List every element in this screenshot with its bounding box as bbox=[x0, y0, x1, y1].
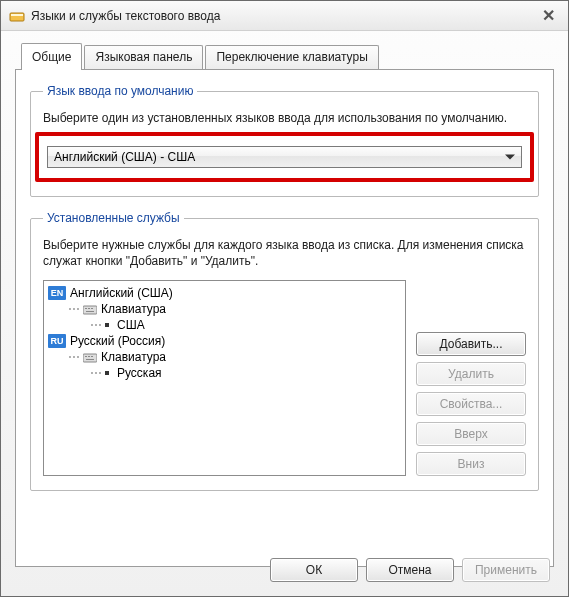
dialog-button-row: ОК Отмена Применить bbox=[270, 558, 550, 582]
tree-label: Клавиатура bbox=[101, 302, 166, 316]
button-label: ОК bbox=[306, 563, 322, 577]
group-legend: Установленные службы bbox=[43, 211, 184, 225]
ok-button[interactable]: ОК bbox=[270, 558, 358, 582]
tab-general[interactable]: Общие bbox=[21, 43, 82, 70]
bullet-icon bbox=[105, 323, 109, 327]
tree-kb-en[interactable]: ⋯ Клавиатура bbox=[46, 301, 403, 317]
tree-label: Русский (Россия) bbox=[70, 334, 165, 348]
lang-badge-ru: RU bbox=[48, 334, 66, 348]
apply-button: Применить bbox=[462, 558, 550, 582]
lang-badge-en: EN bbox=[48, 286, 66, 300]
svg-rect-4 bbox=[88, 308, 90, 309]
add-button[interactable]: Добавить... bbox=[416, 332, 526, 356]
bullet-icon bbox=[105, 371, 109, 375]
move-up-button: Вверх bbox=[416, 422, 526, 446]
tree-connector-icon: ⋯ bbox=[90, 318, 101, 332]
tree-lang-en[interactable]: EN Английский (США) bbox=[46, 285, 403, 301]
tree-layout-en[interactable]: ⋯ США bbox=[46, 317, 403, 333]
highlight-outline: Английский (США) - США bbox=[35, 132, 534, 182]
button-label: Отмена bbox=[388, 563, 431, 577]
button-label: Удалить bbox=[448, 367, 494, 381]
button-label: Добавить... bbox=[439, 337, 502, 351]
svg-rect-5 bbox=[91, 308, 93, 309]
tree-label: Русская bbox=[117, 366, 162, 380]
tree-connector-icon: ⋯ bbox=[68, 302, 79, 316]
tree-label: Английский (США) bbox=[70, 286, 173, 300]
svg-rect-11 bbox=[86, 359, 94, 360]
remove-button: Удалить bbox=[416, 362, 526, 386]
services-body: EN Английский (США) ⋯ Клавиатура ⋯ bbox=[43, 280, 526, 476]
move-down-button: Вниз bbox=[416, 452, 526, 476]
tree-kb-ru[interactable]: ⋯ Клавиатура bbox=[46, 349, 403, 365]
tree-label: США bbox=[117, 318, 145, 332]
tree-connector-icon: ⋯ bbox=[90, 366, 101, 380]
service-buttons: Добавить... Удалить Свойства... Вверх Вн… bbox=[416, 332, 526, 476]
svg-rect-10 bbox=[91, 356, 93, 357]
tab-panel-general: Язык ввода по умолчанию Выберите один из… bbox=[15, 69, 554, 567]
button-label: Применить bbox=[475, 563, 537, 577]
svg-rect-8 bbox=[85, 356, 87, 357]
close-icon[interactable]: ✕ bbox=[538, 6, 558, 26]
language-tree[interactable]: EN Английский (США) ⋯ Клавиатура ⋯ bbox=[43, 280, 406, 476]
button-label: Свойства... bbox=[440, 397, 503, 411]
keyboard-icon bbox=[83, 304, 97, 314]
svg-rect-2 bbox=[83, 306, 97, 314]
svg-rect-3 bbox=[85, 308, 87, 309]
chevron-down-icon bbox=[505, 155, 515, 160]
group-legend: Язык ввода по умолчанию bbox=[43, 84, 197, 98]
keyboard-icon bbox=[83, 352, 97, 362]
tab-label: Переключение клавиатуры bbox=[216, 50, 367, 64]
window-title: Языки и службы текстового ввода bbox=[31, 9, 220, 23]
tab-language-bar[interactable]: Языковая панель bbox=[84, 45, 203, 69]
tree-layout-ru[interactable]: ⋯ Русская bbox=[46, 365, 403, 381]
tabstrip: Общие Языковая панель Переключение клави… bbox=[21, 43, 554, 69]
default-language-desc: Выберите один из установленных языков вв… bbox=[43, 110, 526, 126]
default-language-group: Язык ввода по умолчанию Выберите один из… bbox=[30, 84, 539, 197]
app-icon bbox=[9, 8, 25, 24]
tab-label: Языковая панель bbox=[95, 50, 192, 64]
titlebar: Языки и службы текстового ввода ✕ bbox=[1, 1, 568, 31]
default-language-dropdown[interactable]: Английский (США) - США bbox=[47, 146, 522, 168]
svg-rect-6 bbox=[86, 311, 94, 312]
properties-button: Свойства... bbox=[416, 392, 526, 416]
tab-label: Общие bbox=[32, 50, 71, 64]
button-label: Вверх bbox=[454, 427, 487, 441]
tree-connector-icon: ⋯ bbox=[68, 350, 79, 364]
button-label: Вниз bbox=[458, 457, 485, 471]
svg-rect-7 bbox=[83, 354, 97, 362]
svg-rect-9 bbox=[88, 356, 90, 357]
installed-services-group: Установленные службы Выберите нужные слу… bbox=[30, 211, 539, 490]
client-area: Общие Языковая панель Переключение клави… bbox=[1, 31, 568, 596]
tree-lang-ru[interactable]: RU Русский (Россия) bbox=[46, 333, 403, 349]
tab-keyboard-switch[interactable]: Переключение клавиатуры bbox=[205, 45, 378, 69]
svg-rect-1 bbox=[11, 14, 23, 16]
services-desc: Выберите нужные службы для каждого языка… bbox=[43, 237, 526, 269]
dialog-window: Языки и службы текстового ввода ✕ Общие … bbox=[0, 0, 569, 597]
dropdown-selected-value: Английский (США) - США bbox=[54, 150, 195, 164]
tree-label: Клавиатура bbox=[101, 350, 166, 364]
cancel-button[interactable]: Отмена bbox=[366, 558, 454, 582]
